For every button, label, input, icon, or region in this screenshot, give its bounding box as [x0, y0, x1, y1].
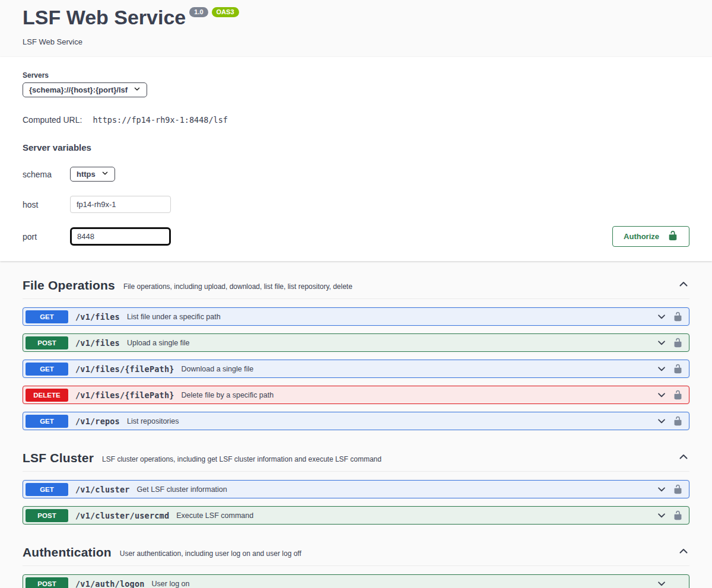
lock-icon[interactable]	[673, 510, 683, 520]
section-header[interactable]: File Operations File operations, includi…	[23, 271, 689, 299]
method-badge: POST	[26, 577, 68, 588]
oas3-badge: OAS3	[212, 7, 239, 17]
endpoint-row[interactable]: POST /v1/cluster/usercmd Execute LSF com…	[23, 506, 689, 525]
endpoint-path: /v1/files/{filePath}	[75, 364, 174, 374]
api-description: LSF Web Service	[23, 37, 689, 46]
section-title: File Operations	[23, 278, 115, 293]
scheme-container: Servers {schema}://{host}:{port}/lsf Com…	[0, 57, 712, 261]
endpoint-summary: Upload a single file	[127, 339, 190, 347]
endpoint-row[interactable]: GET /v1/files List file under a specific…	[23, 307, 689, 326]
endpoint-summary: User log on	[152, 580, 190, 588]
lock-icon[interactable]	[673, 312, 683, 322]
auth-wrapper: Authorize	[612, 226, 689, 247]
chevron-down-icon[interactable]	[656, 484, 667, 495]
servers-select-value: {schema}://{host}:{port}/lsf	[29, 85, 128, 94]
chevron-down-icon[interactable]	[656, 416, 667, 427]
lock-icon[interactable]	[673, 338, 683, 348]
variable-name-port: port	[23, 232, 70, 241]
computed-url-label: Computed URL:	[23, 115, 82, 125]
endpoint-path: /v1/cluster	[75, 485, 130, 494]
chevron-down-icon[interactable]	[656, 510, 667, 521]
info-header: LSF Web Service 1.0 OAS3 LSF Web Service	[0, 0, 712, 57]
endpoint-row[interactable]: GET /v1/files/{filePath} Download a sing…	[23, 360, 689, 378]
chevron-up-icon[interactable]	[678, 278, 689, 293]
method-badge: GET	[26, 363, 68, 376]
section-description: LSF cluster operations, including get LS…	[102, 455, 382, 463]
endpoint-row[interactable]: GET /v1/repos List repositories	[23, 412, 689, 430]
operations-root: File Operations File operations, includi…	[0, 261, 712, 588]
method-badge: GET	[26, 483, 68, 496]
section-description: File operations, including upload, downl…	[123, 282, 352, 291]
endpoint-path: /v1/files	[75, 338, 120, 348]
endpoint-path: /v1/cluster/usercmd	[75, 511, 169, 520]
authorize-button[interactable]: Authorize	[612, 226, 689, 247]
port-field[interactable]	[70, 227, 171, 246]
api-section: LSF Cluster LSF cluster operations, incl…	[23, 443, 689, 525]
chevron-up-icon[interactable]	[678, 451, 689, 465]
operations-list: GET /v1/files List file under a specific…	[23, 307, 689, 430]
endpoint-path: /v1/repos	[75, 417, 120, 426]
method-badge: GET	[26, 415, 68, 428]
variable-name-host: host	[23, 200, 70, 209]
lock-icon[interactable]	[673, 484, 683, 494]
endpoint-summary: List file under a specific path	[127, 313, 221, 321]
endpoint-summary: List repositories	[127, 417, 179, 425]
method-badge: POST	[26, 336, 68, 349]
method-badge: DELETE	[26, 389, 68, 402]
operations-list: POST /v1/auth/logon User log on POST /v1…	[23, 574, 689, 588]
chevron-down-icon[interactable]	[656, 390, 667, 401]
page-title: LSF Web Service 1.0 OAS3	[23, 6, 689, 29]
operations-list: GET /v1/cluster Get LSF cluster informat…	[23, 480, 689, 525]
chevron-down-icon	[134, 85, 141, 94]
variable-name-schema: schema	[23, 170, 70, 179]
section-title: LSF Cluster	[23, 451, 94, 465]
endpoint-summary: Delete file by a specific path	[182, 391, 274, 399]
api-title: LSF Web Service	[23, 6, 186, 29]
chevron-down-icon[interactable]	[656, 312, 667, 322]
section-title: Authentication	[23, 545, 112, 560]
endpoint-summary: Execute LSF command	[176, 511, 253, 520]
schema-select[interactable]: https	[70, 167, 115, 182]
unlock-icon	[668, 230, 678, 243]
computed-url: Computed URL: https://fp14-rh9x-1:8448/l…	[23, 115, 689, 125]
endpoint-summary: Download a single file	[182, 365, 254, 373]
endpoint-row[interactable]: DELETE /v1/files/{filePath} Delete file …	[23, 386, 689, 404]
endpoint-summary: Get LSF cluster information	[137, 485, 227, 494]
section-description: User authentication, including user log …	[120, 549, 301, 558]
chevron-down-icon[interactable]	[656, 579, 667, 588]
host-field[interactable]	[70, 196, 171, 213]
lock-icon[interactable]	[673, 364, 683, 374]
schema-select-value: https	[77, 170, 96, 179]
chevron-down-icon	[101, 170, 109, 179]
servers-label: Servers	[23, 71, 689, 80]
lock-icon[interactable]	[673, 416, 683, 426]
lock-icon[interactable]	[673, 390, 683, 400]
chevron-up-icon[interactable]	[678, 545, 689, 560]
section-header[interactable]: Authentication User authentication, incl…	[23, 538, 689, 566]
servers-select[interactable]: {schema}://{host}:{port}/lsf	[23, 82, 147, 97]
variable-row-host: host	[23, 196, 689, 213]
computed-url-value: https://fp14-rh9x-1:8448/lsf	[93, 115, 228, 125]
version-badge: 1.0	[189, 7, 208, 17]
endpoint-row[interactable]: POST /v1/auth/logon User log on	[23, 574, 689, 588]
section-header[interactable]: LSF Cluster LSF cluster operations, incl…	[23, 443, 689, 472]
endpoint-row[interactable]: POST /v1/files Upload a single file	[23, 333, 689, 352]
api-section: File Operations File operations, includi…	[23, 271, 689, 430]
method-badge: POST	[26, 509, 68, 522]
api-section: Authentication User authentication, incl…	[23, 538, 689, 588]
variable-row-schema: schema https	[23, 167, 689, 182]
variable-row-port: port	[23, 227, 689, 246]
method-badge: GET	[26, 310, 68, 323]
chevron-down-icon[interactable]	[656, 364, 667, 374]
endpoint-path: /v1/auth/logon	[75, 579, 145, 588]
chevron-down-icon[interactable]	[656, 338, 667, 348]
endpoint-path: /v1/files	[75, 312, 120, 322]
authorize-label: Authorize	[624, 232, 659, 241]
server-variables-title: Server variables	[23, 142, 689, 152]
endpoint-row[interactable]: GET /v1/cluster Get LSF cluster informat…	[23, 480, 689, 498]
endpoint-path: /v1/files/{filePath}	[75, 390, 174, 400]
